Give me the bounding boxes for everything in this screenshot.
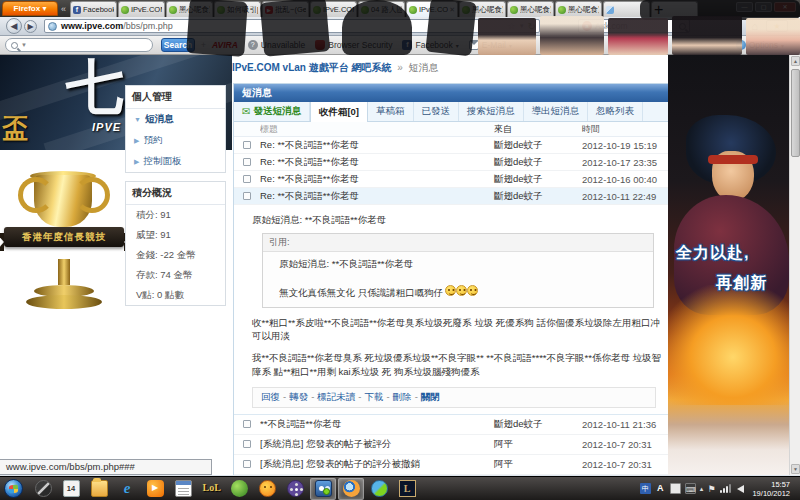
message-action-link[interactable]: 刪除 xyxy=(393,391,412,402)
row-checkbox[interactable] xyxy=(243,192,251,200)
browser-tab[interactable]: IPvE.CO...✕ xyxy=(406,1,458,17)
options-toolbar-item[interactable]: Options▾ xyxy=(736,40,784,50)
volume-icon[interactable] xyxy=(737,485,744,493)
browser-tab[interactable]: ▶批乱~(Get... xyxy=(262,1,309,17)
tab-close-icon[interactable]: ✕ xyxy=(449,6,455,14)
close-button[interactable]: ✕ xyxy=(774,2,796,12)
new-tab-button[interactable]: + xyxy=(651,1,698,17)
message-row[interactable]: Re: **不良詞語**你老母斷翅de蚊子2012-10-17 23:35 xyxy=(234,154,668,171)
message-row[interactable]: Re: **不良詞語**你老母斷翅de蚊子2012-10-16 00:40 xyxy=(234,171,668,188)
panel-tab[interactable]: 已發送 xyxy=(414,102,460,121)
network-icon[interactable] xyxy=(719,483,731,494)
message-action-link[interactable]: 回復 xyxy=(261,391,280,402)
taskbar-firefox-button[interactable] xyxy=(338,478,364,500)
browser-tab[interactable]: IPvE.COM ... xyxy=(118,1,165,17)
sidebar-item-link[interactable]: ▶預約 xyxy=(126,130,225,151)
scroll-up-button[interactable]: ▲ xyxy=(791,56,800,66)
taskbar-mediaplayer-button[interactable]: ▶ xyxy=(142,478,168,500)
ime-language-icon[interactable]: A xyxy=(655,483,666,494)
action-center-flag-icon[interactable]: ⚑ xyxy=(707,484,715,494)
toolbar-search-caret-icon[interactable]: ▼ xyxy=(21,42,27,48)
browser-tab[interactable]: 黑心呢食買... xyxy=(507,1,554,17)
breadcrumb-site-link[interactable]: IPvE.COM vLan 遊戲平台 xyxy=(232,62,349,73)
row-checkbox[interactable] xyxy=(243,460,251,468)
taskbar-notes-button[interactable]: 14 xyxy=(58,478,84,500)
toolbar-search-button[interactable]: Search xyxy=(161,38,195,52)
breadcrumb-section-link[interactable]: 網吧系統 xyxy=(351,62,391,73)
message-title-link[interactable]: Re: **不良詞語**你老母 xyxy=(260,173,494,186)
row-checkbox[interactable] xyxy=(243,158,251,166)
home-button-icon[interactable]: ⌂ xyxy=(751,20,758,32)
tab-overflow-chevron-icon[interactable]: « xyxy=(61,4,66,14)
back-button[interactable]: ◀ xyxy=(6,18,22,34)
facebook-toolbar-item[interactable]: f Facebook▾ xyxy=(402,40,458,50)
bookmark-star-icon[interactable]: ☆ xyxy=(508,21,516,31)
taskbar-calendar-button[interactable] xyxy=(170,478,196,500)
tray-expand-icon[interactable]: ▴ xyxy=(700,485,704,493)
start-button[interactable] xyxy=(4,479,23,498)
reload-icon[interactable]: ↻ xyxy=(528,21,536,32)
panel-tab[interactable]: 導出短消息 xyxy=(524,102,589,121)
message-row[interactable]: Re: **不良詞語**你老母斷翅de蚊子2012-10-11 22:49 xyxy=(234,188,668,205)
vertical-scrollbar[interactable]: ▲ ▼ xyxy=(789,55,800,475)
taskbar-ipve-button[interactable] xyxy=(226,478,252,500)
message-action-link[interactable]: 關閉 xyxy=(421,391,440,402)
message-title-link[interactable]: Re: **不良詞語**你老母 xyxy=(260,190,494,203)
message-action-link[interactable]: 標記未讀 xyxy=(317,391,355,402)
search-bar[interactable]: a Ask.com xyxy=(578,19,690,33)
firefox-menu-button[interactable]: Firefox ▾ xyxy=(2,1,58,16)
browser-tab[interactable]: 黑心呢食買... xyxy=(555,1,602,17)
ime-icon[interactable]: 中 xyxy=(640,483,651,494)
browser-tab[interactable]: 04 路人區... xyxy=(358,1,405,17)
panel-tab[interactable]: 搜索短消息 xyxy=(459,102,524,121)
message-action-link[interactable]: 下載 xyxy=(365,391,384,402)
taskbar-messenger-button[interactable] xyxy=(310,478,336,500)
taskbar-explorer-button[interactable] xyxy=(86,478,112,500)
scroll-down-button[interactable]: ▼ xyxy=(791,464,800,474)
panel-tab[interactable]: 草稿箱 xyxy=(368,102,414,121)
bookmarks-button[interactable]: ★ xyxy=(766,20,788,32)
taskbar-ie-button[interactable]: e xyxy=(114,478,140,500)
row-checkbox[interactable] xyxy=(243,440,251,448)
browser-tab[interactable]: IPvE.COM ... xyxy=(310,1,357,17)
message-row[interactable]: **不良詞語**你老母斷翅de蚊子2012-10-11 21:36 xyxy=(234,415,668,435)
message-row[interactable]: [系統消息] 您發表的帖子被評分阿平2012-10-7 20:31 xyxy=(234,435,668,455)
taskbar-qq-button[interactable] xyxy=(254,478,280,500)
message-action-link[interactable]: 轉發 xyxy=(289,391,308,402)
browser-tab[interactable]: 如何吸引[影... xyxy=(214,1,261,17)
taskbar-lol-button[interactable]: LoL xyxy=(198,478,224,500)
browser-tab[interactable]: fFacebook xyxy=(70,1,117,17)
taskbar-film-button[interactable] xyxy=(282,478,308,500)
taskbar-game-button[interactable] xyxy=(366,478,392,500)
row-checkbox[interactable] xyxy=(243,175,251,183)
email-toolbar-item[interactable]: E-Mail▾ xyxy=(469,40,512,50)
minimize-button[interactable]: — xyxy=(736,2,753,12)
row-checkbox[interactable] xyxy=(243,141,251,149)
taskbar-lol-client-button[interactable]: L xyxy=(394,478,420,500)
sidebar-item-link[interactable]: ▶控制面板 xyxy=(126,151,225,172)
scrollbar-thumb[interactable] xyxy=(791,69,800,157)
message-row[interactable]: [系統消息] 您發表的帖子的評分被撤銷阿平2012-10-7 20:31 xyxy=(234,455,668,475)
message-row[interactable]: Re: **不良詞語**你老母斷翅de蚊子2012-10-19 15:19 xyxy=(234,137,668,154)
message-title-link[interactable]: **不良詞語**你老母 xyxy=(260,418,494,431)
message-title-link[interactable]: [系統消息] 您發表的帖子被評分 xyxy=(260,438,494,451)
browser-tab[interactable]: 黑心呢食買... xyxy=(166,1,213,17)
browser-tab[interactable] xyxy=(603,1,650,17)
panel-tab[interactable]: 忽略列表 xyxy=(588,102,643,121)
address-bar[interactable]: www.ipve.com/bbs/pm.php ☆ ▼ ↻ xyxy=(44,19,540,33)
keyboard-icon[interactable]: ⌨ xyxy=(685,483,696,494)
avira-toolbar-item[interactable]: AVIRA xyxy=(212,40,238,50)
search-magnifier-icon[interactable] xyxy=(679,23,686,30)
message-title-link[interactable]: [系統消息] 您發表的帖子的評分被撤銷 xyxy=(260,458,494,471)
forward-button[interactable]: ▶ xyxy=(24,20,37,33)
maximize-button[interactable]: ▢ xyxy=(755,2,772,12)
taskbar-clock[interactable]: 15:57 19/10/2012 xyxy=(748,480,796,498)
unavailable-toolbar-item[interactable]: ? Unavailable xyxy=(248,40,305,50)
compose-message-button[interactable]: ✉ 發送短消息 xyxy=(234,102,310,121)
taskbar-opera-button[interactable] xyxy=(30,478,56,500)
url-dropdown-icon[interactable]: ▼ xyxy=(519,23,525,29)
sidebar-item-active[interactable]: ▼短消息 xyxy=(126,109,225,130)
panel-tab[interactable]: 收件箱[0] xyxy=(310,102,368,122)
message-title-link[interactable]: Re: **不良詞語**你老母 xyxy=(260,139,494,152)
message-title-link[interactable]: Re: **不良詞語**你老母 xyxy=(260,156,494,169)
